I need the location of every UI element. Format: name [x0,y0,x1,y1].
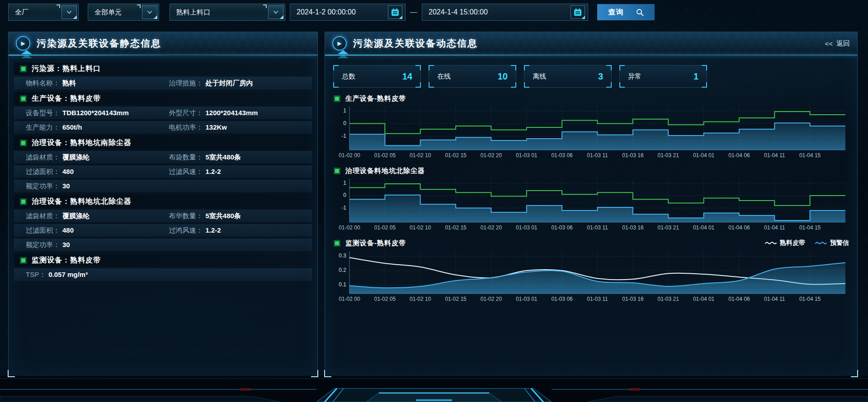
query-button[interactable]: 查询 [597,4,655,20]
line-chart-2: 0.30.20.101-02 0001-02 0501-02 1001-02 1… [333,248,849,304]
svg-text:01-03 16: 01-03 16 [622,224,644,231]
svg-text:01-04 15: 01-04 15 [799,224,821,231]
corner-bracket [524,65,529,70]
footer-decoration [0,376,868,402]
svg-text:01-02 00: 01-02 00 [339,224,360,231]
legend-label: 预警信 [830,239,849,247]
svg-text:1: 1 [343,180,346,186]
corner-bracket [333,65,339,70]
key-value-cell: 额定功率：30 [26,241,169,249]
field-label: TSP： [26,271,46,279]
svg-text:01-02 10: 01-02 10 [410,296,431,302]
green-bullet-icon [20,96,26,102]
corner-notch [57,5,60,8]
key-value-cell: 过滤面积：480 [26,226,169,235]
field-value: 480 [62,226,74,234]
svg-text:01-04 06: 01-04 06 [728,224,750,231]
green-bullet-icon [20,257,26,263]
svg-text:01-04 11: 01-04 11 [764,224,785,231]
end-datetime-value: 2024-1-4 15:00:00 [429,8,488,16]
back-button[interactable]: << 返回 [825,32,850,55]
double-chevron-left-icon: << [825,40,833,47]
chart-block-0: 生产设备-熟料皮带10-101-02 0001-02 0501-02 1001-… [333,93,849,160]
field-label: 生产能力： [26,123,60,132]
calendar-icon[interactable] [388,5,402,19]
start-datetime-input[interactable]: 2024-1-2 00:00:00 [290,4,406,21]
svg-text:01-02 05: 01-02 05 [374,224,396,231]
field-label: 电机功率： [169,123,203,132]
corner-bracket [511,65,516,70]
search-icon [636,9,644,16]
legend-item[interactable]: 熟料皮带 [765,239,805,247]
legend-item[interactable]: 预警信 [815,239,849,247]
table-row: 生产能力：650t/h电机功率：132Kw [14,121,312,134]
key-value-cell: 外型尺寸：1200*204143mm [169,109,312,117]
svg-text:0.3: 0.3 [339,252,346,259]
chevron-down-icon[interactable] [268,5,283,19]
static-info-panel: ▶ 污染源及关联设备静态信息 污染源：熟料上料口物料名称：熟料治理措施：处于封闭… [8,32,318,377]
dynamic-info-panel: ▶ 污染源及关联设备动态信息 << 返回 总数14在线10离线3异常1 生产设备… [325,32,858,377]
stat-card-0: 总数14 [333,65,421,88]
source-select-value: 熟料上料口 [176,8,210,17]
svg-text:01-02 20: 01-02 20 [481,152,502,159]
svg-text:01-02 20: 01-02 20 [481,296,502,302]
field-label: 额定功率： [26,241,60,249]
unit-select[interactable]: 全部单元 [88,4,159,21]
svg-text:01-02 00: 01-02 00 [339,296,360,302]
calendar-icon[interactable] [571,5,585,19]
svg-text:0.2: 0.2 [339,267,346,273]
line-chart-1: 10-101-02 0001-02 0501-02 1001-02 1501-0… [333,176,849,232]
svg-text:01-03 11: 01-03 11 [587,296,608,302]
green-bullet-icon [20,66,26,72]
corner-bracket [511,82,516,88]
table-row: 过滤面积：480过鸿风速：1.2-2 [14,224,312,237]
svg-text:01-03 21: 01-03 21 [658,224,679,231]
plant-select[interactable]: 全厂 [8,4,79,21]
start-datetime-value: 2024-1-2 00:00:00 [297,8,356,16]
charts-area: 生产设备-熟料皮带10-101-02 0001-02 0501-02 1001-… [325,93,857,304]
svg-text:01-03 06: 01-03 06 [551,224,573,231]
field-label: 布华数量： [169,212,203,220]
chevron-down-icon[interactable] [142,5,157,19]
table-row: 过滤面积：480过滤风速：1.2-2 [14,165,312,178]
source-select[interactable]: 熟料上料口 [170,4,285,21]
corner-notch [137,5,141,8]
table-row: 额定功率：30 [14,180,312,192]
key-value-cell: 设备型号：TDB1200*204143mm [26,109,169,117]
stat-value: 3 [598,71,603,82]
svg-text:01-04 15: 01-04 15 [799,152,821,159]
svg-text:0.1: 0.1 [339,281,346,288]
table-row: 物料名称：熟料治理措施：处于封闭厂房内 [14,77,312,89]
header-chevron-decoration [21,50,32,58]
section-header: 生产设备：熟料皮带 [14,92,312,105]
field-label: 过滤面积： [26,168,60,176]
svg-text:01-02 15: 01-02 15 [445,224,467,231]
svg-text:01-04 11: 01-04 11 [764,296,785,302]
key-value-cell: 过滤风速：1.2-2 [169,168,312,176]
key-value-cell: 布华数量：5室共480条 [169,212,312,220]
section-title: 生产设备：熟料皮带 [32,94,101,103]
key-value-cell: 滤袋材质：覆膜涤纶 [26,153,169,162]
section-header: 治理设备：熟料地坑南除尘器 [14,136,312,149]
field-label: 过滤面积： [26,226,60,235]
svg-text:01-03 06: 01-03 06 [551,296,573,302]
static-panel-title: 污染源及关联设备静态信息 [37,37,161,50]
field-value: 480 [62,168,74,175]
field-value: 30 [62,241,70,248]
svg-text:01-04 01: 01-04 01 [693,296,715,302]
field-value: 0.057 mg/m³ [48,271,88,278]
field-value: 处于封闭厂房内 [206,79,253,88]
corner-bracket [415,82,421,88]
corner-notch [263,5,267,8]
green-bullet-icon [20,199,26,205]
play-icon: ▶ [332,36,347,51]
svg-text:01-02 00: 01-02 00 [339,152,360,159]
stat-value: 10 [498,71,508,82]
chevron-down-icon[interactable] [61,5,77,19]
svg-text:01-04 15: 01-04 15 [799,296,821,302]
chart-title-row: 生产设备-熟料皮带 [333,93,849,104]
end-datetime-input[interactable]: 2024-1-4 15:00:00 [422,4,588,21]
svg-text:01-03 11: 01-03 11 [587,152,608,159]
green-bullet-icon [334,168,340,174]
stat-label: 总数 [342,72,355,81]
